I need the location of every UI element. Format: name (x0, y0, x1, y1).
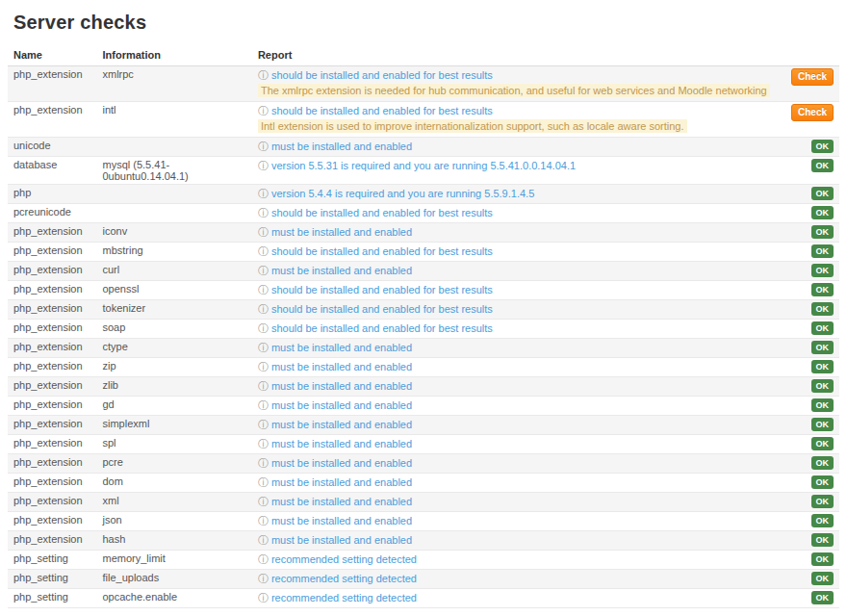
check-status-cell: Check (776, 102, 839, 138)
check-report: ⓘmust be installed and enabled (252, 339, 776, 358)
check-name: php_extension (8, 262, 96, 281)
check-name: php_extension (8, 493, 96, 512)
report-link[interactable]: must be installed and enabled (271, 457, 412, 469)
report-link[interactable]: version 5.4.4 is required and you are ru… (271, 188, 534, 199)
check-name: php_extension (8, 281, 96, 300)
ok-status-badge: OK (811, 591, 834, 604)
report-link[interactable]: recommended setting detected (271, 553, 417, 565)
ok-status-badge: OK (811, 437, 834, 450)
check-report: ⓘrecommended setting detected (252, 570, 776, 589)
report-link[interactable]: recommended setting detected (271, 573, 417, 584)
check-button[interactable]: Check (791, 104, 834, 121)
report-link[interactable]: must be installed and enabled (271, 265, 412, 276)
check-name: php_extension (8, 531, 96, 551)
table-row: php_extensionzipⓘmust be installed and e… (8, 358, 839, 377)
table-row: php_extensionopensslⓘshould be installed… (8, 281, 839, 300)
check-name: php_extension (8, 512, 96, 531)
info-icon: ⓘ (258, 534, 269, 547)
check-information: zip (96, 358, 251, 377)
check-report: ⓘversion 5.4.4 is required and you are r… (252, 185, 776, 204)
table-row: php_extensionsplⓘmust be installed and e… (8, 435, 839, 454)
check-name: php_extension (8, 320, 96, 339)
report-link[interactable]: must be installed and enabled (271, 380, 412, 392)
info-icon: ⓘ (258, 380, 269, 393)
column-header-information: Information (96, 45, 251, 66)
table-row: php_extensiongdⓘmust be installed and en… (8, 397, 839, 416)
check-report: ⓘmust be installed and enabled (252, 512, 776, 531)
check-report: ⓘmust be installed and enabled (252, 377, 776, 397)
table-row: php_extensionmbstringⓘshould be installe… (8, 243, 839, 262)
report-link[interactable]: must be installed and enabled (271, 361, 412, 372)
table-row: databasemysql (5.5.41-0ubuntu0.14.04.1)ⓘ… (8, 157, 839, 185)
check-information: file_uploads (96, 570, 251, 589)
table-row: php_extensionintlⓘshould be installed an… (8, 102, 839, 138)
check-report: ⓘmust be installed and enabled (252, 138, 776, 157)
report-link[interactable]: must be installed and enabled (271, 342, 412, 353)
ok-status-badge: OK (811, 321, 834, 335)
info-icon: ⓘ (258, 226, 269, 239)
check-status-cell: OK (776, 454, 839, 474)
report-link[interactable]: must be installed and enabled (271, 419, 412, 430)
check-status-cell: OK (776, 223, 839, 243)
check-report: ⓘmust be installed and enabled (252, 493, 776, 512)
check-information: xmlrpc (96, 66, 251, 102)
check-status-cell: OK (776, 512, 839, 531)
report-link[interactable]: must be installed and enabled (271, 534, 412, 546)
check-information: memory_limit (96, 551, 251, 570)
report-link[interactable]: should be installed and enabled for best… (271, 284, 493, 295)
info-icon: ⓘ (258, 303, 269, 316)
table-row: phpⓘversion 5.4.4 is required and you ar… (8, 185, 839, 204)
ok-status-badge: OK (811, 360, 834, 373)
report-link[interactable]: must be installed and enabled (271, 399, 412, 411)
ok-status-badge: OK (811, 225, 834, 239)
check-name: php_extension (8, 454, 96, 474)
report-link[interactable]: must be installed and enabled (271, 141, 412, 152)
table-row: php_extensionsimplexmlⓘmust be installed… (8, 416, 839, 435)
check-report: ⓘmust be installed and enabled (252, 397, 776, 416)
report-link[interactable]: should be installed and enabled for best… (271, 69, 493, 81)
info-icon: ⓘ (258, 105, 269, 117)
check-name: php_extension (8, 416, 96, 435)
info-icon: ⓘ (258, 592, 269, 604)
info-icon: ⓘ (258, 496, 269, 508)
check-information: mbstring (96, 243, 251, 262)
server-checks-table-body: php_extensionxmlrpcⓘshould be installed … (8, 66, 839, 608)
report-link[interactable]: should be installed and enabled for best… (271, 303, 493, 315)
check-name: php_extension (8, 223, 96, 243)
report-link[interactable]: must be installed and enabled (271, 476, 412, 488)
check-report: ⓘshould be installed and enabled for bes… (252, 300, 776, 320)
info-icon: ⓘ (258, 476, 269, 489)
check-information: zlib (96, 377, 251, 397)
table-row: php_settingfile_uploadsⓘrecommended sett… (8, 570, 839, 589)
table-row: php_extensioniconvⓘmust be installed and… (8, 223, 839, 243)
column-header-status (776, 45, 839, 66)
report-link[interactable]: version 5.5.31 is required and you are r… (271, 160, 576, 171)
column-header-name: Name (8, 45, 96, 66)
report-note: The xmlrpc extension is needed for hub c… (258, 84, 770, 97)
check-name: database (8, 157, 96, 185)
report-link[interactable]: recommended setting detected (271, 592, 417, 603)
check-button[interactable]: Check (791, 68, 834, 86)
report-link[interactable]: should be installed and enabled for best… (271, 105, 493, 116)
check-status-cell: OK (776, 157, 839, 185)
page-title: Server checks (13, 12, 839, 34)
check-status-cell: OK (776, 531, 839, 551)
report-link[interactable]: should be installed and enabled for best… (271, 207, 493, 218)
report-link[interactable]: should be installed and enabled for best… (271, 245, 493, 257)
report-link[interactable]: must be installed and enabled (271, 438, 412, 449)
check-report: ⓘshould be installed and enabled for bes… (252, 66, 776, 102)
ok-status-badge: OK (811, 533, 834, 547)
report-link[interactable]: must be installed and enabled (271, 496, 412, 507)
report-link[interactable]: must be installed and enabled (271, 515, 412, 526)
check-status-cell: OK (776, 589, 839, 608)
report-link[interactable]: should be installed and enabled for best… (271, 322, 493, 334)
check-name: php_extension (8, 66, 96, 102)
check-report: ⓘmust be installed and enabled (252, 358, 776, 377)
table-row: php_extensioncurlⓘmust be installed and … (8, 262, 839, 281)
check-information: pcre (96, 454, 251, 474)
table-row: php_settingopcache.enableⓘrecommended se… (8, 589, 839, 608)
page-container: Server checks Name Information Report ph… (0, 0, 847, 616)
check-name: php (8, 185, 96, 204)
check-information: simplexml (96, 416, 251, 435)
report-link[interactable]: must be installed and enabled (271, 226, 412, 238)
